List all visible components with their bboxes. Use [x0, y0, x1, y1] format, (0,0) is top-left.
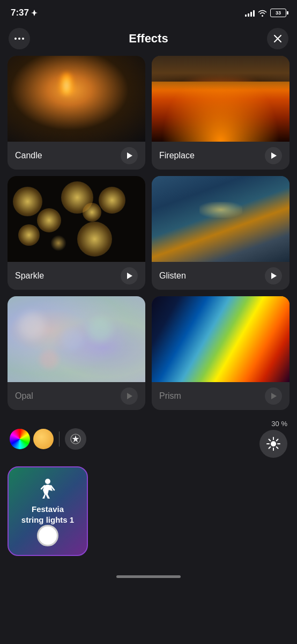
wifi-icon — [258, 10, 267, 17]
prism-thumbnail — [152, 296, 289, 382]
bottom-controls: 30 % — [0, 412, 297, 458]
home-bar — [116, 575, 181, 578]
battery-level: 33 — [276, 10, 281, 16]
effect-card-opal[interactable]: Opal — [8, 296, 145, 410]
location-icon — [31, 10, 38, 16]
signal-icon — [245, 9, 255, 17]
sun-icon — [266, 436, 281, 451]
color-pickers — [10, 428, 86, 450]
device-icon — [35, 478, 61, 504]
close-icon — [274, 35, 281, 42]
svg-line-15 — [277, 447, 278, 449]
sparkle-play-button[interactable] — [121, 267, 138, 284]
sparkle-thumbnail — [8, 176, 145, 262]
time-label: 7:37 — [11, 8, 29, 18]
sparkle-label: Sparkle — [15, 271, 44, 281]
device-card[interactable]: Festavia string lights 1 — [8, 466, 88, 556]
home-indicator — [0, 567, 297, 582]
glisten-thumbnail — [152, 176, 289, 262]
svg-point-18 — [45, 479, 50, 484]
status-bar: 7:37 33 — [0, 0, 297, 24]
magic-icon — [70, 433, 81, 445]
effect-card-fireplace[interactable]: Fireplace — [152, 56, 289, 170]
fireplace-thumbnail — [152, 56, 289, 142]
prism-label: Prism — [159, 391, 181, 401]
effect-card-candle[interactable]: Candle — [8, 56, 145, 170]
warm-color-picker[interactable] — [33, 429, 54, 449]
glisten-label: Glisten — [159, 271, 186, 281]
close-button[interactable] — [267, 28, 288, 49]
prism-play-button[interactable] — [265, 387, 282, 405]
opal-label: Opal — [15, 391, 33, 401]
status-icons: 33 — [245, 9, 286, 17]
person-running-icon — [35, 478, 61, 500]
effect-card-sparkle[interactable]: Sparkle — [8, 176, 145, 290]
glisten-play-button[interactable] — [265, 267, 282, 284]
fireplace-play-button[interactable] — [265, 147, 282, 164]
opal-play-button[interactable] — [121, 387, 138, 405]
brightness-control: 30 % — [259, 420, 287, 458]
brightness-percent: 30 % — [271, 420, 287, 428]
effect-card-glisten[interactable]: Glisten — [152, 176, 289, 290]
opal-thumbnail — [8, 296, 145, 382]
svg-marker-7 — [271, 393, 277, 399]
divider — [59, 431, 60, 447]
candle-label: Candle — [15, 151, 42, 160]
svg-marker-2 — [127, 152, 132, 159]
device-section: Festavia string lights 1 — [0, 458, 297, 556]
svg-point-9 — [271, 441, 276, 447]
menu-button[interactable] — [9, 28, 30, 49]
battery-icon: 33 — [270, 9, 286, 17]
brightness-button[interactable] — [259, 430, 287, 458]
status-time: 7:37 — [11, 8, 38, 18]
effect-card-prism[interactable]: Prism — [152, 296, 289, 410]
candle-thumbnail — [8, 56, 145, 142]
page-title: Effects — [129, 32, 168, 46]
header: Effects — [0, 24, 297, 56]
effects-grid: Candle Fireplace — [0, 56, 297, 410]
svg-line-14 — [269, 440, 271, 441]
candle-play-button[interactable] — [121, 147, 138, 164]
rainbow-color-picker[interactable] — [10, 429, 30, 449]
magic-effects-button[interactable] — [65, 428, 86, 450]
svg-marker-6 — [127, 393, 132, 399]
svg-marker-3 — [271, 152, 277, 159]
device-power-indicator — [37, 525, 58, 546]
device-name: Festavia string lights 1 — [21, 504, 74, 525]
fireplace-label: Fireplace — [159, 151, 195, 160]
svg-line-17 — [269, 447, 271, 449]
svg-marker-4 — [127, 273, 132, 279]
svg-marker-5 — [271, 273, 277, 279]
svg-line-16 — [277, 440, 278, 441]
